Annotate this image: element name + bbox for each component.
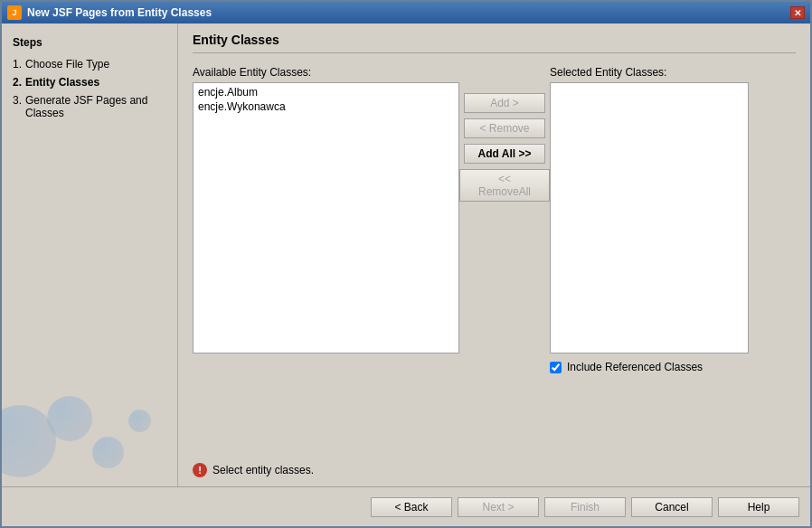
error-icon: !	[193, 463, 207, 477]
window-title: New JSF Pages from Entity Classes	[27, 6, 212, 19]
bubble-2	[47, 396, 92, 441]
title-bar: J New JSF Pages from Entity Classes ✕	[2, 2, 810, 24]
step-3-label: Generate JSF Pages and Classes	[25, 94, 166, 119]
include-referenced-label: Include Referenced Classes	[567, 361, 703, 373]
left-section: Available Entity Classes: encje.Album en…	[193, 66, 459, 450]
cancel-button[interactable]: Cancel	[631, 497, 713, 517]
available-list[interactable]: encje.Album encje.Wykonawca	[193, 82, 459, 354]
add-button[interactable]: Add >	[464, 93, 545, 113]
available-label: Available Entity Classes:	[193, 66, 459, 79]
sidebar: Steps 1. Choose File Type 2. Entity Clas…	[2, 24, 178, 486]
help-button[interactable]: Help	[718, 497, 799, 517]
status-row: ! Select entity classes.	[193, 463, 796, 477]
add-all-button[interactable]: Add All >>	[464, 144, 545, 164]
bottom-bar: < Back Next > Finish Cancel Help	[2, 486, 810, 526]
status-message: Select entity classes.	[212, 464, 314, 476]
main-area: Available Entity Classes: encje.Album en…	[193, 66, 796, 450]
selected-label: Selected Entity Classes:	[550, 66, 796, 79]
right-section: Selected Entity Classes: Include Referen…	[550, 66, 796, 450]
sidebar-title: Steps	[13, 36, 166, 49]
bubble-3	[92, 437, 124, 468]
bubble-4	[128, 410, 151, 432]
close-button[interactable]: ✕	[790, 6, 805, 19]
main-panel: Entity Classes Available Entity Classes:…	[178, 24, 810, 486]
center-buttons: Add > < Remove Add All >> << RemoveAll	[459, 66, 550, 450]
main-window: J New JSF Pages from Entity Classes ✕ St…	[0, 0, 812, 528]
content-area: Steps 1. Choose File Type 2. Entity Clas…	[2, 24, 810, 486]
steps-list: 1. Choose File Type 2. Entity Classes 3.…	[13, 58, 166, 119]
remove-button[interactable]: < Remove	[464, 118, 545, 138]
step-1: 1. Choose File Type	[13, 58, 166, 71]
include-referenced-checkbox[interactable]	[550, 362, 562, 373]
title-bar-left: J New JSF Pages from Entity Classes	[7, 5, 212, 20]
step-2: 2. Entity Classes	[13, 76, 166, 89]
panel-title: Entity Classes	[193, 33, 796, 53]
next-button[interactable]: Next >	[458, 497, 539, 517]
app-icon: J	[7, 5, 22, 20]
list-item[interactable]: encje.Wykonawca	[195, 99, 457, 114]
remove-all-button[interactable]: << RemoveAll	[459, 169, 550, 202]
finish-button[interactable]: Finish	[544, 497, 626, 517]
step-2-label: Entity Classes	[25, 76, 99, 89]
back-button[interactable]: < Back	[371, 497, 452, 517]
include-referenced-row: Include Referenced Classes	[550, 361, 796, 373]
step-1-label: Choose File Type	[25, 58, 109, 71]
selected-list[interactable]	[550, 82, 749, 354]
sidebar-decoration	[2, 396, 178, 486]
list-item[interactable]: encje.Album	[195, 85, 457, 99]
step-3: 3. Generate JSF Pages and Classes	[13, 94, 166, 119]
